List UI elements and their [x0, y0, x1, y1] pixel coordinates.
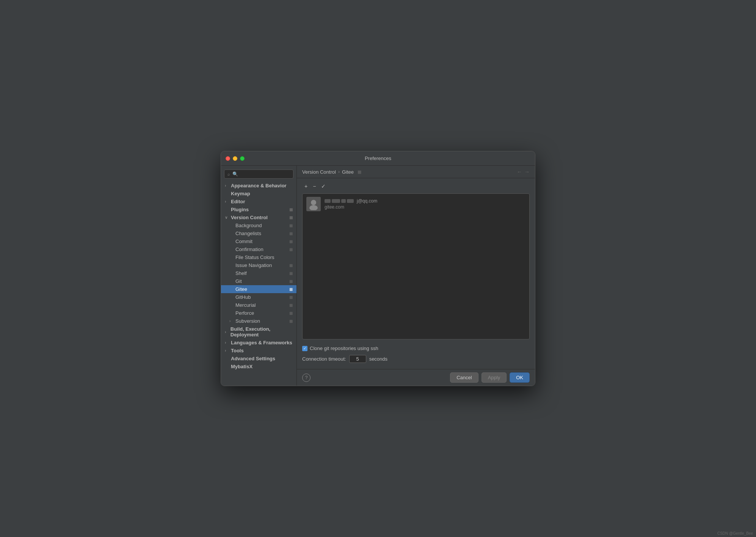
- name-block-2: [332, 199, 340, 203]
- sidebar-item-issue-navigation[interactable]: Issue Navigation ▦: [221, 261, 296, 269]
- traffic-lights: [226, 156, 245, 161]
- clone-ssh-checkbox[interactable]: [302, 346, 307, 351]
- timeout-row: Connection timeout: seconds: [302, 355, 530, 363]
- sidebar-item-mercurial[interactable]: Mercurial ▦: [221, 301, 296, 309]
- window-title: Preferences: [365, 155, 391, 161]
- name-block-1: [325, 199, 331, 203]
- sidebar-item-label: Subversion: [235, 318, 260, 324]
- sidebar-item-changelists[interactable]: Changelists ▦: [221, 229, 296, 237]
- breadcrumb: Version Control › Gitee ▦ ← →: [297, 166, 535, 178]
- help-button[interactable]: ?: [302, 374, 311, 382]
- sidebar: ⌕ › Appearance & Behavior Keymap › Edito…: [221, 166, 297, 386]
- sidebar-item-label: Background: [235, 223, 262, 228]
- settings-icon: ▦: [289, 319, 293, 323]
- sidebar-item-languages[interactable]: › Languages & Frameworks: [221, 339, 296, 347]
- avatar: [306, 197, 321, 211]
- accounts-list: j@qq.com gitee.com: [302, 193, 530, 339]
- sidebar-item-label: Confirmation: [235, 247, 264, 252]
- settings-icon: ▦: [289, 247, 293, 251]
- sidebar-item-label: Gitee: [235, 286, 247, 292]
- titlebar: Preferences: [221, 151, 535, 166]
- clone-ssh-checkbox-wrap[interactable]: Clone git repositories using ssh: [302, 345, 378, 351]
- sidebar-item-github[interactable]: GitHub ▦: [221, 293, 296, 301]
- apply-button[interactable]: Apply: [482, 372, 507, 383]
- sidebar-item-commit[interactable]: Commit ▦: [221, 237, 296, 245]
- sidebar-item-keymap[interactable]: Keymap: [221, 190, 296, 198]
- sidebar-item-background[interactable]: Background ▦: [221, 221, 296, 229]
- search-input[interactable]: [232, 171, 290, 177]
- sidebar-item-build-execution[interactable]: › Build, Execution, Deployment: [221, 325, 296, 339]
- panel-content: + − ✓: [297, 178, 535, 369]
- account-item[interactable]: j@qq.com gitee.com: [303, 194, 529, 214]
- main-content: ⌕ › Appearance & Behavior Keymap › Edito…: [221, 166, 535, 386]
- minimize-button[interactable]: [233, 156, 237, 161]
- timeout-label: Connection timeout:: [302, 356, 346, 362]
- sidebar-item-label: Perforce: [235, 310, 254, 316]
- sidebar-item-label: Changelists: [235, 231, 261, 236]
- main-panel: Version Control › Gitee ▦ ← → + − ✓: [297, 166, 535, 386]
- sidebar-item-shelf[interactable]: Shelf ▦: [221, 269, 296, 277]
- maximize-button[interactable]: [240, 156, 245, 161]
- timeout-input[interactable]: [349, 355, 366, 363]
- settings-icon: ▦: [289, 215, 293, 220]
- sidebar-item-label: Tools: [231, 348, 244, 353]
- remove-account-button[interactable]: −: [311, 182, 318, 190]
- breadcrumb-parent[interactable]: Version Control: [302, 169, 336, 175]
- chevron-icon: ›: [225, 349, 229, 353]
- sidebar-item-tools[interactable]: › Tools: [221, 347, 296, 355]
- footer: ? Cancel Apply OK: [297, 369, 535, 386]
- check-account-button[interactable]: ✓: [319, 182, 328, 190]
- sidebar-item-confirmation[interactable]: Confirmation ▦: [221, 245, 296, 253]
- sidebar-item-gitee[interactable]: Gitee ▦: [221, 285, 296, 293]
- account-email: j@qq.com: [357, 198, 377, 204]
- breadcrumb-separator: ›: [338, 169, 340, 174]
- settings-icon: ▦: [289, 287, 293, 291]
- ok-button[interactable]: OK: [510, 372, 530, 383]
- sidebar-item-subversion[interactable]: › Subversion ▦: [221, 317, 296, 325]
- sidebar-item-editor[interactable]: › Editor: [221, 198, 296, 206]
- chevron-down-icon: ∨: [225, 215, 229, 220]
- settings-icon: ▦: [289, 207, 293, 212]
- sidebar-item-perforce[interactable]: Perforce ▦: [221, 309, 296, 317]
- sidebar-item-plugins[interactable]: Plugins ▦: [221, 206, 296, 214]
- cancel-button[interactable]: Cancel: [450, 372, 478, 383]
- sidebar-item-git[interactable]: Git ▦: [221, 277, 296, 285]
- nav-forward-icon[interactable]: →: [524, 169, 530, 175]
- sidebar-item-label: Version Control: [231, 215, 268, 220]
- sidebar-item-mybatisx[interactable]: MybatisX: [221, 363, 296, 371]
- sidebar-item-label: Plugins: [231, 207, 249, 212]
- sidebar-item-label: Git: [235, 278, 242, 284]
- account-name-row: j@qq.com: [325, 198, 377, 204]
- close-button[interactable]: [226, 156, 230, 161]
- account-info: j@qq.com gitee.com: [325, 198, 377, 210]
- sidebar-item-label: Mercurial: [235, 302, 256, 308]
- sidebar-item-version-control[interactable]: ∨ Version Control ▦: [221, 214, 296, 221]
- sidebar-item-file-status-colors[interactable]: File Status Colors: [221, 253, 296, 261]
- svg-point-1: [309, 205, 318, 210]
- add-account-button[interactable]: +: [302, 182, 310, 190]
- sidebar-item-appearance[interactable]: › Appearance & Behavior: [221, 182, 296, 190]
- sidebar-item-advanced-settings[interactable]: Advanced Settings: [221, 355, 296, 363]
- accounts-toolbar: + − ✓: [302, 182, 530, 190]
- preferences-window: Preferences ⌕ › Appearance & Behavior Ke…: [221, 151, 535, 386]
- sidebar-item-label: Commit: [235, 239, 253, 244]
- search-box[interactable]: ⌕: [224, 170, 293, 179]
- sidebar-item-label: Shelf: [235, 270, 247, 276]
- sidebar-item-label: File Status Colors: [235, 254, 274, 260]
- sidebar-item-label: Advanced Settings: [231, 356, 275, 361]
- footer-left: ?: [302, 374, 311, 382]
- breadcrumb-nav: ← →: [517, 169, 530, 175]
- settings-icon: ▦: [289, 239, 293, 243]
- clone-ssh-label: Clone git repositories using ssh: [310, 345, 378, 351]
- settings-icon: ▦: [289, 271, 293, 275]
- search-icon: ⌕: [227, 172, 230, 176]
- nav-back-icon[interactable]: ←: [517, 169, 522, 175]
- sidebar-item-label: MybatisX: [231, 364, 253, 369]
- settings-icon: ▦: [289, 295, 293, 299]
- settings-icon: ▦: [289, 303, 293, 307]
- settings-icon: ▦: [289, 263, 293, 267]
- chevron-icon: ›: [225, 341, 229, 345]
- sidebar-item-label: Languages & Frameworks: [231, 340, 292, 345]
- settings-icon: ▦: [289, 231, 293, 236]
- account-domain: gitee.com: [325, 204, 377, 210]
